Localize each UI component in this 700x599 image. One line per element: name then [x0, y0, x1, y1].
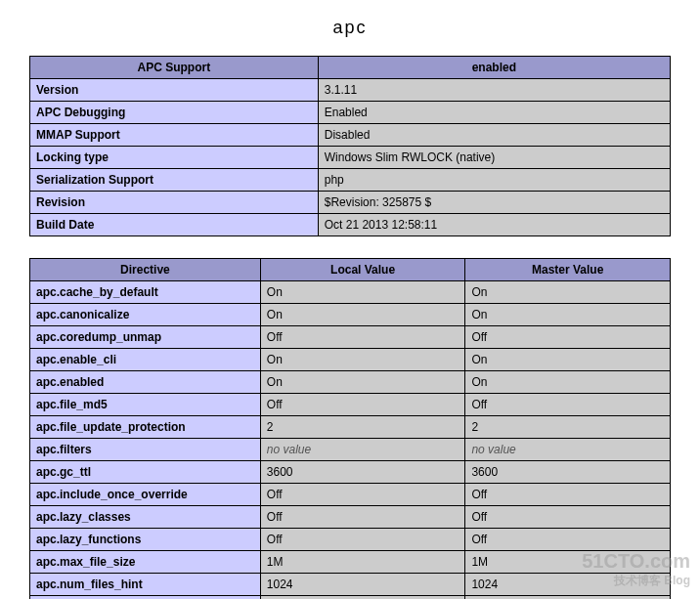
local-value: On	[260, 371, 465, 394]
master-value: 2	[465, 416, 671, 439]
master-value-header: Master Value	[465, 259, 671, 281]
master-value: Off	[465, 506, 671, 529]
local-value: 1M	[260, 551, 465, 574]
support-label: Revision	[30, 192, 319, 214]
directive-name: apc.file_md5	[30, 394, 261, 416]
local-value: no value	[260, 439, 465, 461]
directive-header: Directive	[30, 259, 261, 281]
table-row: apc.num_files_hint10241024	[30, 574, 671, 596]
master-value: On	[465, 349, 671, 371]
table-row: apc.lazy_functionsOffOff	[30, 529, 671, 551]
directive-name: apc.include_once_override	[30, 484, 261, 506]
directive-name: apc.filters	[30, 439, 261, 461]
directive-name: apc.num_files_hint	[30, 574, 261, 596]
directive-name: apc.canonicalize	[30, 304, 261, 326]
directive-name: apc.gc_ttl	[30, 461, 261, 484]
table-row: apc.file_update_protection22	[30, 416, 671, 439]
local-value: On	[260, 304, 465, 326]
directive-name: apc.enable_cli	[30, 349, 261, 371]
directive-name: apc.max_file_size	[30, 551, 261, 574]
directive-name: apc.coredump_unmap	[30, 326, 261, 349]
table-row: apc.max_file_size1M1M	[30, 551, 671, 574]
table-row: apc.file_md5OffOff	[30, 394, 671, 416]
table-row: Version3.1.11	[30, 79, 671, 102]
master-value: On	[465, 281, 671, 304]
master-value: 1M	[465, 551, 671, 574]
table-row: apc.coredump_unmapOffOff	[30, 326, 671, 349]
local-value: Off	[260, 394, 465, 416]
local-value: Off	[260, 484, 465, 506]
page-title: apc	[29, 18, 671, 38]
table-row: Build DateOct 21 2013 12:58:11	[30, 214, 671, 236]
support-header-right: enabled	[318, 57, 670, 79]
support-label: MMAP Support	[30, 124, 319, 147]
master-value: Off	[465, 326, 671, 349]
table-row: apc.gc_ttl36003600	[30, 461, 671, 484]
table-row: apc.enabledOnOn	[30, 371, 671, 394]
local-value: Off	[260, 529, 465, 551]
support-label: Version	[30, 79, 319, 102]
local-value: 2	[260, 416, 465, 439]
local-value: no value	[260, 596, 465, 600]
table-row: MMAP SupportDisabled	[30, 124, 671, 147]
master-value: 1024	[465, 574, 671, 596]
table-row: apc.cache_by_defaultOnOn	[30, 281, 671, 304]
master-value: On	[465, 304, 671, 326]
table-row: Locking typeWindows Slim RWLOCK (native)	[30, 147, 671, 169]
support-value: Windows Slim RWLOCK (native)	[318, 147, 670, 169]
local-value: On	[260, 349, 465, 371]
local-value: 1024	[260, 574, 465, 596]
support-value: 3.1.11	[318, 79, 670, 102]
table-row: apc.enable_cliOnOn	[30, 349, 671, 371]
local-value: On	[260, 281, 465, 304]
support-value: php	[318, 169, 670, 192]
table-row: apc.canonicalizeOnOn	[30, 304, 671, 326]
master-value: Off	[465, 484, 671, 506]
apc-support-table: APC Support enabled Version3.1.11APC Deb…	[29, 56, 671, 236]
table-row: apc.preload_pathno valueno value	[30, 596, 671, 600]
support-label: APC Debugging	[30, 102, 319, 124]
master-value: no value	[465, 439, 671, 461]
support-value: Disabled	[318, 124, 670, 147]
master-value: no value	[465, 596, 671, 600]
directive-table: Directive Local Value Master Value apc.c…	[29, 258, 671, 599]
directive-name: apc.enabled	[30, 371, 261, 394]
master-value: Off	[465, 394, 671, 416]
table-row: apc.include_once_overrideOffOff	[30, 484, 671, 506]
support-label: Serialization Support	[30, 169, 319, 192]
support-label: Locking type	[30, 147, 319, 169]
master-value: 3600	[465, 461, 671, 484]
table-row: Serialization Supportphp	[30, 169, 671, 192]
local-value: Off	[260, 326, 465, 349]
support-value: Oct 21 2013 12:58:11	[318, 214, 670, 236]
support-header-left: APC Support	[30, 57, 319, 79]
support-label: Build Date	[30, 214, 319, 236]
table-row: Revision$Revision: 325875 $	[30, 192, 671, 214]
directive-name: apc.file_update_protection	[30, 416, 261, 439]
master-value: On	[465, 371, 671, 394]
directive-name: apc.lazy_classes	[30, 506, 261, 529]
directive-name: apc.lazy_functions	[30, 529, 261, 551]
support-value: Enabled	[318, 102, 670, 124]
local-value: Off	[260, 506, 465, 529]
table-row: APC DebuggingEnabled	[30, 102, 671, 124]
table-row: apc.lazy_classesOffOff	[30, 506, 671, 529]
directive-name: apc.cache_by_default	[30, 281, 261, 304]
support-value: $Revision: 325875 $	[318, 192, 670, 214]
table-row: apc.filtersno valueno value	[30, 439, 671, 461]
local-value: 3600	[260, 461, 465, 484]
master-value: Off	[465, 529, 671, 551]
directive-name: apc.preload_path	[30, 596, 261, 600]
local-value-header: Local Value	[260, 259, 465, 281]
